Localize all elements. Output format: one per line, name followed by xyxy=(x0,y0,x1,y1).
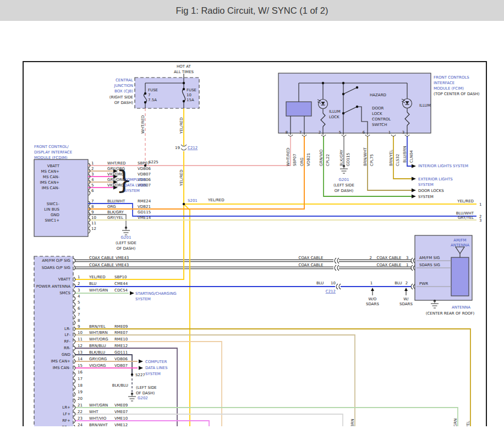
label-blu-wht: BLU/WHT xyxy=(456,211,474,216)
label-brn-yel: BRN/YEL xyxy=(389,150,393,166)
label-24: 24 xyxy=(78,423,83,426)
label-12: 12 xyxy=(91,227,96,231)
pin-hook xyxy=(74,346,75,350)
label-15: 15 xyxy=(78,364,83,368)
pin-hook xyxy=(74,284,75,288)
label--right-side: (RIGHT SIDE xyxy=(109,95,133,100)
label-box-cjb-: BOX (CJB) xyxy=(114,89,133,94)
label-data-lines: DATA LINES xyxy=(145,366,168,370)
label-6: 6 xyxy=(78,306,80,311)
label-wht-red: WHT/RED xyxy=(286,148,291,167)
label-3: 3 xyxy=(91,172,94,177)
label-module-fcim-: MODULE (FCIM) xyxy=(434,86,464,91)
label-ms-can+: MS CAN+ xyxy=(41,169,60,174)
junction-dot xyxy=(131,373,133,376)
pin-hook xyxy=(74,296,75,301)
pin-hook xyxy=(74,399,75,403)
inline-connector xyxy=(411,265,413,271)
pin-hook xyxy=(74,372,75,377)
label-system: SYSTEM xyxy=(135,297,151,301)
label-cpl22: CPL22 xyxy=(326,154,330,166)
pin-hook xyxy=(74,405,75,410)
label-computer: COMPUTER xyxy=(145,360,167,364)
splice-s227: S227 xyxy=(135,373,145,377)
label-15a: 15A xyxy=(187,98,194,102)
label-1: 1 xyxy=(406,263,408,267)
label-rme10: RME10 xyxy=(114,337,128,342)
label-2: 2 xyxy=(406,281,408,285)
label-vdb07: VDB07 xyxy=(138,172,151,177)
pin-hook xyxy=(74,366,75,370)
label-lin-bus: LIN BUS xyxy=(44,207,59,212)
label-cdc54: CDC54 xyxy=(114,288,128,293)
pin-hook xyxy=(89,223,90,228)
label-vme43: VME43 xyxy=(116,263,129,267)
label-door: DOOR xyxy=(372,106,384,111)
system-ref-arrow xyxy=(130,292,134,295)
label-coax-cable: COAX CABLE xyxy=(377,263,402,267)
wiring-diagram-page: HOT ATALL TIMESCENTRALJUNCTIONBOX (CJB)(… xyxy=(0,21,504,426)
wire-brn-yel-rme09 xyxy=(75,329,470,426)
junction-dot xyxy=(342,82,344,84)
wire-yel-red-down xyxy=(184,204,190,426)
label-vme14: VME14 xyxy=(138,216,151,220)
pin-hook xyxy=(342,135,346,136)
label-w-: W/ xyxy=(403,297,409,301)
up-arrow xyxy=(404,288,408,291)
wire-wht-grn-vme09 xyxy=(75,408,458,426)
label-4: 4 xyxy=(91,178,94,182)
ground-label-g202: G202 xyxy=(138,396,148,400)
label-system: SYSTEM xyxy=(124,189,140,193)
connector-link-c212-top[interactable]: C212 xyxy=(188,146,198,150)
pin-hook xyxy=(74,392,75,397)
label-lf+: LF+ xyxy=(63,412,70,416)
inline-connector xyxy=(337,258,339,263)
label--top-center-of-dash-: (TOP CENTER OF DASH) xyxy=(434,92,480,96)
label-6: 6 xyxy=(363,130,365,135)
label-13: 13 xyxy=(78,350,83,355)
label-gnd: GND xyxy=(51,213,59,217)
label-of-dash-: OF DASH) xyxy=(114,101,134,105)
label-16: 16 xyxy=(78,370,83,375)
label-7: 7 xyxy=(78,312,80,317)
junction-dot xyxy=(183,100,185,102)
junction-dot xyxy=(183,82,185,84)
label-7: 7 xyxy=(91,199,94,204)
label-antenna: ANTENNA xyxy=(452,305,470,310)
label-central: CENTRAL xyxy=(116,78,133,82)
label-brn-yel: BRN/YEL xyxy=(89,324,106,329)
label--left-side: (LEFT SIDE xyxy=(116,241,136,245)
label-system: SYSTEM xyxy=(418,195,434,199)
label-wht-vio: WHT/VIO xyxy=(89,416,107,421)
junction-dot xyxy=(183,203,185,205)
label-vbatt: VBATT xyxy=(58,277,71,282)
label-wht-grn: WHT/GRN xyxy=(453,419,458,426)
label-vme12: VME12 xyxy=(114,423,128,426)
label-rr-: RR- xyxy=(64,346,70,350)
label-sbp10: SBP10 xyxy=(114,275,127,279)
inline-connector xyxy=(339,284,341,289)
pin-hook xyxy=(74,359,75,364)
label-pwr: PWR xyxy=(419,282,428,286)
splice-s201: S201 xyxy=(188,199,198,203)
label-wht-brn: WHT/BRN xyxy=(350,419,355,426)
label-cme44: CME44 xyxy=(114,282,128,286)
label-vdb06: VDB06 xyxy=(114,357,128,361)
connector-link-c212-blu[interactable]: C212 xyxy=(326,289,336,294)
label-door-locks: DOOR LOCKS xyxy=(418,189,444,193)
label-org: ORG xyxy=(300,157,304,166)
label-2: 2 xyxy=(370,256,372,260)
label-10: 10 xyxy=(331,281,336,285)
junction-dot xyxy=(356,106,358,108)
label-sbp07: SBP07 xyxy=(293,154,297,166)
pin-hook xyxy=(288,135,293,136)
label-10: 10 xyxy=(78,331,83,335)
label-gnd: GND xyxy=(62,353,70,357)
inline-connector xyxy=(335,265,336,271)
label-yel-red: YEL/RED xyxy=(457,199,474,204)
label-blk-blu: BLK/BLU xyxy=(112,383,128,388)
label-gry-org: GRY/ORG xyxy=(89,357,107,361)
figure-title: Fig 1: Radio Circuit, W/ SYNC (1 of 2) xyxy=(176,6,328,16)
label-11: 11 xyxy=(78,337,83,342)
label-illum: ILLUM xyxy=(329,109,341,114)
